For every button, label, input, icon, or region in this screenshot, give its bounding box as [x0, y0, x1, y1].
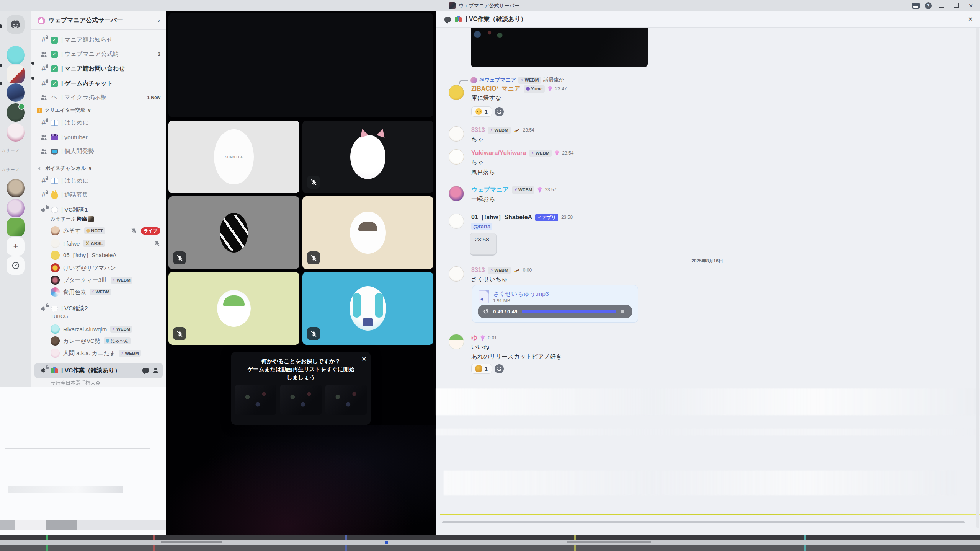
server-avatar-teal[interactable]: [7, 46, 25, 64]
server-avatar-anime[interactable]: [7, 123, 25, 142]
books-emoji: [51, 367, 58, 374]
vertical-scrollbar[interactable]: [976, 28, 979, 528]
avatar: [51, 276, 60, 285]
avatar-yukiwara[interactable]: [449, 149, 464, 165]
cat-ear: [376, 128, 387, 138]
channel-tsuwa-boshu[interactable]: # | 通話募集: [34, 189, 163, 201]
username[interactable]: 8313: [471, 127, 485, 134]
voice-member-curry[interactable]: カレー@VC勢 にゃ〜ん: [45, 335, 163, 347]
voice-member-falwe[interactable]: ! falwe ARSL: [45, 238, 163, 249]
discord-home-button[interactable]: [7, 15, 25, 34]
channel-hajimeni-1[interactable]: # | はじめに: [34, 116, 163, 129]
replay-icon[interactable]: ↻: [483, 308, 488, 316]
inbox-tray-icon[interactable]: [912, 3, 920, 9]
reaction-thinking[interactable]: 1: [471, 106, 492, 117]
speech-bubble-emoji: [51, 306, 58, 311]
username[interactable]: ウェブマニア: [471, 186, 509, 194]
seek-bar[interactable]: [522, 310, 616, 313]
voice-member-ningen[interactable]: 人間 a.k.a. カニたま ⚡WEBM: [45, 347, 163, 359]
close-chat-icon[interactable]: ✕: [968, 15, 973, 23]
audio-file-name[interactable]: さくせいちゅう.mp3: [493, 290, 549, 298]
server-status-badge: [18, 103, 25, 110]
paintbrush-emoji: [514, 127, 520, 133]
channel-emoji-prefix: ヘ: [50, 93, 59, 101]
channel-youtuber[interactable]: | youtuber: [34, 131, 163, 143]
channel-game-chat[interactable]: # | ゲーム内チャット: [34, 77, 163, 90]
reply-context[interactable]: @ウェブマニア ⚡WEBM 話帰庫か: [459, 77, 564, 83]
server-avatar-art[interactable]: [7, 83, 25, 102]
username[interactable]: Yukiwara/Yukiwara: [471, 150, 526, 156]
voice-member-shokuyou[interactable]: 食用色素 ⚡WEBM: [45, 286, 163, 298]
mention-tana[interactable]: @tana: [471, 223, 492, 230]
add-reaction-button[interactable]: [495, 364, 504, 373]
voice-member-rivarzal[interactable]: Rivarzal Aluwqim ⚡WEBM: [45, 323, 163, 335]
invite-member-icon[interactable]: [153, 368, 159, 373]
reaction-knot[interactable]: 1: [471, 364, 492, 374]
volume-icon[interactable]: [621, 309, 627, 314]
minimize-button[interactable]: [937, 3, 946, 9]
close-window-button[interactable]: ✕: [966, 3, 975, 9]
username[interactable]: ZIBAClO²⁻マニア: [471, 85, 521, 93]
role-badge: ⚡WEBM: [488, 267, 511, 274]
activity-thumbnail[interactable]: [280, 385, 322, 415]
category-voice[interactable]: ボイスチャンネル ∨: [37, 164, 163, 173]
category-creator[interactable]: クリエイター交流 ∨: [37, 106, 163, 115]
channel-minecraft-board[interactable]: ヘ | マイクラ掲示板 1 New: [34, 91, 163, 104]
video-tile-pattern[interactable]: [168, 196, 299, 269]
status-image-emoji: [88, 216, 94, 222]
audio-attachment-card: さくせいちゅう.mp3 1.91 MB ↻ 0:49 / 0:49: [472, 285, 638, 323]
video-tile-boy[interactable]: [302, 196, 433, 269]
video-tile-catgirl[interactable]: [302, 121, 433, 193]
avatar-shabelea-bot[interactable]: [449, 214, 464, 229]
unread-pip: [0, 82, 2, 85]
chat-channel-title: | VC作業（雑談あり）: [466, 15, 964, 23]
maximize-button[interactable]: [952, 3, 961, 9]
channel-hajimeni-2[interactable]: # | はじめに: [34, 174, 163, 187]
discord-logo-icon: [10, 20, 21, 29]
image-attachment[interactable]: [471, 28, 648, 67]
server-avatar-shades[interactable]: [7, 179, 25, 197]
channel-koushiki[interactable]: | ウェブマニア公式鯖 3: [34, 48, 163, 60]
voice-member-keizu[interactable]: けいず@サツマハン: [45, 262, 163, 274]
username[interactable]: ゆ: [471, 334, 477, 342]
voice-member-misosu[interactable]: みそす NEET ライブ: [45, 225, 163, 236]
explore-servers-button[interactable]: [7, 256, 25, 275]
channel-mania-oshirase[interactable]: # | マニア鯖お知らせ: [34, 34, 163, 46]
popup-line-3: しましょう: [236, 373, 366, 381]
video-tile-greencap[interactable]: [168, 272, 299, 345]
help-icon[interactable]: ?: [925, 2, 932, 9]
open-chat-icon[interactable]: [142, 368, 149, 373]
activity-thumbnail[interactable]: [325, 385, 367, 415]
activity-thumbnail[interactable]: [235, 385, 276, 415]
video-tile-screenshare[interactable]: [168, 13, 433, 117]
channel-unread-dot: [31, 77, 34, 80]
avatar-8313[interactable]: [449, 266, 464, 282]
avatar-yu[interactable]: [449, 334, 464, 349]
avatar-webmania[interactable]: [449, 186, 464, 201]
voice-member-shabelea[interactable]: 05［!shy］ShabeleA: [45, 249, 163, 261]
video-tile-shabelea[interactable]: SHABELEA: [168, 121, 299, 193]
voice-channel-vc1[interactable]: | VC雑談1: [34, 204, 163, 216]
add-reaction-button[interactable]: [495, 107, 504, 116]
voice-member-butterfly[interactable]: ブタークィー3世 ⚡WEBM: [45, 274, 163, 286]
username[interactable]: 8313: [471, 267, 485, 274]
server-avatar-pixel[interactable]: [7, 65, 25, 83]
reply-author[interactable]: @ウェブマニア: [479, 77, 516, 83]
check-emoji: [51, 51, 58, 58]
add-server-button[interactable]: +: [7, 237, 25, 256]
voice-channel-vc-sagyou-selected[interactable]: | VC作業（雑談あり）: [34, 363, 163, 378]
channel-kojin-kaihatsu[interactable]: | 個人開発勢: [34, 145, 163, 158]
speaker-emoji: [37, 166, 43, 171]
server-header[interactable]: ウェブマニア公式サーバー ∨: [31, 11, 166, 30]
username[interactable]: 01［!shw］ShabeleA: [471, 214, 532, 222]
server-avatar-girl[interactable]: [7, 199, 25, 217]
video-tile-miku[interactable]: [302, 272, 433, 345]
horizontal-scrollbar[interactable]: [442, 521, 965, 523]
avatar: [51, 349, 60, 358]
server-avatar-green[interactable]: [7, 218, 25, 236]
avatar-8313[interactable]: [449, 126, 464, 142]
audio-file-size: 1.91 MB: [493, 298, 510, 303]
close-icon[interactable]: ✕: [361, 355, 367, 363]
channel-toiawase[interactable]: # | マニア鯖お問い合わせ: [34, 62, 163, 75]
avatar-zibaclo[interactable]: [449, 85, 464, 100]
